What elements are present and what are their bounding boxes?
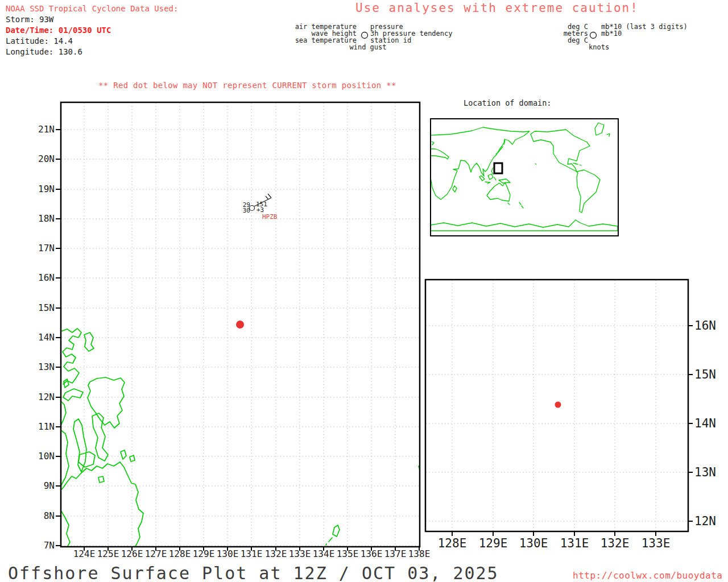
lat-tick-label: 18N bbox=[31, 214, 55, 224]
plot-title: Offshore Surface Plot at 12Z / OCT 03, 2… bbox=[8, 563, 499, 582]
zoom-lon-tick-label: 132E bbox=[597, 537, 633, 550]
lon-tick-label: 137E bbox=[383, 549, 408, 559]
lat-tick-label: 7N bbox=[31, 541, 55, 551]
lat-tick-label: 21N bbox=[31, 124, 55, 135]
lon-tick-label: 134E bbox=[311, 549, 336, 559]
lon-tick-label: 128E bbox=[167, 549, 192, 559]
lat-tick-label: 15N bbox=[31, 303, 55, 313]
lon-tick-label: 130E bbox=[215, 549, 240, 559]
zoom-lat-tick-label: 12N bbox=[694, 515, 716, 527]
lon-tick-label: 138E bbox=[407, 549, 432, 559]
zoom-lon-tick-label: 129E bbox=[475, 537, 511, 550]
main-map-lat-gridlines bbox=[61, 130, 419, 546]
storm-id-line: Storm: 93W bbox=[6, 15, 53, 24]
source-url-link[interactable]: http://coolwx.com/buoydata bbox=[573, 570, 722, 581]
lat-tick-label: 19N bbox=[31, 184, 55, 194]
inset-title: Location of domain: bbox=[464, 98, 551, 107]
storm-position-dot-zoom bbox=[555, 402, 561, 408]
lon-tick-label: 126E bbox=[119, 549, 144, 559]
main-map-left-ticks bbox=[56, 130, 61, 546]
legend-sea-temperature: sea temperature bbox=[284, 37, 357, 44]
latitude-line: Latitude: 14.4 bbox=[6, 36, 73, 46]
lon-tick-label: 131E bbox=[239, 549, 264, 559]
unit-wind-gust: knots bbox=[589, 44, 609, 51]
zoom-lat-tick-label: 15N bbox=[694, 368, 716, 381]
lat-tick-label: 20N bbox=[31, 154, 55, 164]
lat-tick-label: 10N bbox=[31, 451, 55, 462]
zoom-lon-tick-label: 130E bbox=[515, 537, 552, 550]
lon-tick-label: 125E bbox=[96, 549, 121, 559]
lon-tick-label: 132E bbox=[263, 549, 288, 559]
datetime-line: Date/Time: 01/0530 UTC bbox=[6, 26, 111, 35]
lon-tick-label: 127E bbox=[143, 549, 168, 559]
station-id: HPZB bbox=[262, 214, 278, 220]
world-map-coastlines bbox=[431, 123, 618, 231]
lon-tick-label: 136E bbox=[359, 549, 384, 559]
caution-banner: Use analyses with extreme caution! bbox=[355, 1, 639, 15]
zoom-map-lat-gridlines bbox=[426, 326, 688, 521]
lat-tick-label: 16N bbox=[31, 273, 55, 283]
unit-tendency: mb*10 bbox=[601, 30, 622, 37]
units-legend-circle bbox=[590, 32, 597, 39]
lat-tick-label: 8N bbox=[31, 511, 55, 521]
lon-tick-label: 133E bbox=[287, 549, 312, 559]
station-tendency: +3 bbox=[257, 207, 264, 213]
offshore-surface-plot-page: { "header": { "noaa_line": "NOAA SSD Tro… bbox=[0, 0, 728, 582]
zoom-lat-tick-label: 13N bbox=[694, 466, 716, 479]
storm-position-dot-main bbox=[236, 321, 244, 329]
zoom-lat-tick-label: 16N bbox=[694, 319, 716, 332]
lat-tick-label: 9N bbox=[31, 481, 55, 491]
station-legend-circle bbox=[362, 32, 368, 39]
unit-sea-temp: deg C bbox=[535, 37, 588, 44]
philippines-coastlines bbox=[61, 329, 420, 546]
zoom-lon-tick-label: 131E bbox=[556, 537, 593, 550]
legend-wind-gust: wind gust bbox=[340, 44, 396, 51]
lat-tick-label: 13N bbox=[31, 362, 55, 372]
domain-location-box bbox=[494, 163, 502, 173]
lon-tick-label: 124E bbox=[72, 549, 97, 559]
lat-tick-label: 11N bbox=[31, 422, 55, 432]
lon-tick-label: 129E bbox=[191, 549, 216, 559]
zoom-lon-tick-label: 133E bbox=[638, 537, 674, 550]
zoom-map-lon-gridlines bbox=[452, 280, 656, 531]
zoom-lon-tick-label: 128E bbox=[434, 537, 470, 550]
storm-position-warning: ** Red dot below may NOT represent CURRE… bbox=[98, 81, 396, 90]
lat-tick-label: 14N bbox=[31, 332, 55, 343]
longitude-line: Longitude: 130.6 bbox=[6, 47, 82, 57]
lon-tick-label: 135E bbox=[335, 549, 360, 559]
world-inset-frame bbox=[431, 119, 618, 236]
lat-tick-label: 17N bbox=[31, 243, 55, 253]
lat-tick-label: 12N bbox=[31, 392, 55, 402]
station-sea-temp: 30 bbox=[239, 208, 250, 214]
zoom-lat-tick-label: 14N bbox=[694, 417, 716, 430]
noaa-data-line: NOAA SSD Tropical Cyclone Data Used: bbox=[6, 4, 178, 14]
